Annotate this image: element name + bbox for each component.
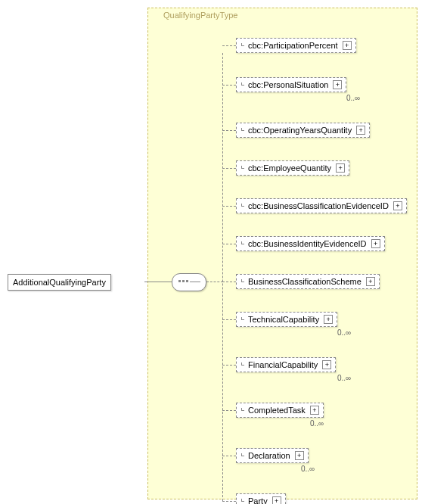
element-label: CompletedTask — [240, 406, 306, 415]
expand-icon[interactable]: + — [343, 41, 352, 50]
connector — [222, 282, 236, 282]
connector — [222, 168, 236, 169]
expand-icon[interactable]: + — [393, 201, 402, 210]
element-box[interactable]: Declaration+ — [236, 448, 309, 463]
element-label: BusinessClassificationScheme — [240, 277, 361, 286]
connector — [222, 410, 236, 411]
cardinality-label: 0..∞ — [337, 374, 351, 382]
tree-elbow-icon — [241, 204, 244, 207]
type-label: QualifyingPartyType — [163, 11, 237, 20]
element-box[interactable]: cbc:EmployeeQuantity+ — [236, 160, 349, 176]
root-label: AdditionalQualifyingParty — [13, 278, 106, 287]
element-label: cbc:BusinessClassificationEvidenceID — [240, 201, 389, 210]
connector — [222, 130, 236, 131]
element-box[interactable]: TechnicalCapability+ — [236, 312, 337, 327]
expand-icon[interactable]: + — [272, 496, 281, 504]
element-label: cbc:BusinessIdentityEvidenceID — [240, 239, 367, 248]
connector — [222, 244, 236, 244]
tree-elbow-icon — [241, 362, 244, 366]
expand-icon[interactable]: + — [371, 239, 380, 248]
element-box[interactable]: cbc:BusinessIdentityEvidenceID+ — [236, 236, 385, 251]
cardinality-label: 0..∞ — [337, 328, 351, 337]
element-box[interactable]: cbc:OperatingYearsQuantity+ — [236, 123, 370, 138]
tree-elbow-icon — [241, 128, 244, 131]
cardinality-label: 0..∞ — [346, 94, 360, 102]
connector — [144, 282, 172, 282]
element-label: Declaration — [240, 451, 290, 460]
element-label: cbc:ParticipationPercent — [240, 41, 338, 50]
root-element[interactable]: AdditionalQualifyingParty — [8, 274, 111, 291]
element-label: FinancialCapability — [240, 360, 318, 369]
connector — [222, 53, 223, 501]
tree-elbow-icon — [241, 499, 244, 502]
connector — [206, 282, 223, 282]
connector — [222, 501, 236, 502]
tree-elbow-icon — [241, 453, 244, 456]
tree-elbow-icon — [241, 317, 244, 320]
element-label: cbc:EmployeeQuantity — [240, 163, 331, 173]
connector — [222, 365, 236, 366]
tree-elbow-icon — [241, 408, 244, 411]
element-box[interactable]: CompletedTask+ — [236, 403, 324, 418]
expand-icon[interactable]: + — [324, 315, 333, 324]
tree-elbow-icon — [241, 82, 244, 86]
connector — [222, 319, 236, 320]
element-box[interactable]: cbc:PersonalSituation+ — [236, 77, 346, 92]
expand-icon[interactable]: + — [336, 163, 345, 173]
element-label: cbc:PersonalSituation — [240, 80, 328, 89]
sequence-compositor[interactable] — [172, 273, 206, 291]
element-box[interactable]: BusinessClassificationScheme+ — [236, 274, 380, 289]
element-box[interactable]: Party+ — [236, 493, 286, 504]
expand-icon[interactable]: + — [333, 80, 342, 89]
cardinality-label: 0..∞ — [310, 419, 324, 428]
connector — [222, 456, 236, 456]
expand-icon[interactable]: + — [356, 126, 365, 135]
tree-elbow-icon — [241, 43, 244, 46]
connector — [222, 206, 236, 207]
tree-elbow-icon — [241, 241, 244, 244]
expand-icon[interactable]: + — [366, 277, 375, 286]
element-label: TechnicalCapability — [240, 315, 319, 324]
element-box[interactable]: cbc:BusinessClassificationEvidenceID+ — [236, 198, 407, 213]
element-label: cbc:OperatingYearsQuantity — [240, 126, 352, 135]
expand-icon[interactable]: + — [322, 360, 331, 369]
expand-icon[interactable]: + — [295, 451, 304, 460]
tree-elbow-icon — [241, 279, 244, 282]
cardinality-label: 0..∞ — [301, 465, 315, 473]
connector — [222, 85, 236, 86]
element-box[interactable]: cbc:ParticipationPercent+ — [236, 38, 356, 53]
tree-elbow-icon — [241, 166, 244, 169]
element-label: Party — [240, 496, 268, 504]
element-box[interactable]: FinancialCapability+ — [236, 357, 336, 372]
connector — [222, 45, 236, 46]
expand-icon[interactable]: + — [310, 406, 319, 415]
